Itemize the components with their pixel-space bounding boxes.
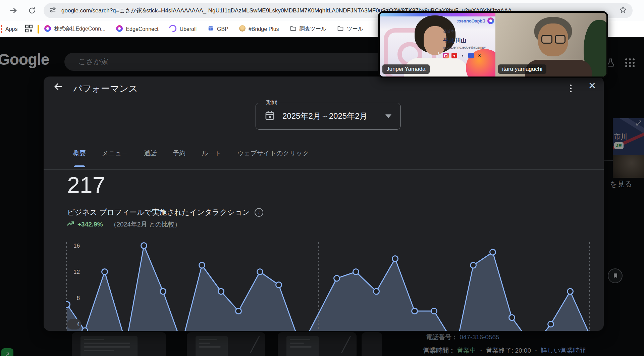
x-icon: X <box>477 53 482 58</box>
bookmark-star-icon[interactable] <box>619 6 627 15</box>
bookmark-item-folder-6[interactable]: ツール <box>337 25 363 33</box>
edgeconnect-icon <box>44 25 51 33</box>
bookmark-label: Uberall <box>179 26 197 32</box>
reload-icon[interactable] <box>27 5 37 15</box>
bookmark-label: EdgeConnect <box>126 26 158 32</box>
data-point[interactable] <box>218 289 224 294</box>
bookmark-item-edgeconnect-1[interactable]: EdgeConnect <box>116 25 158 33</box>
data-point[interactable] <box>141 243 147 249</box>
gbp-icon <box>207 25 214 33</box>
tab-3[interactable]: 予約 <box>173 149 185 167</box>
data-point[interactable] <box>82 328 88 331</box>
tab-5[interactable]: ウェブサイトのクリック <box>237 149 309 167</box>
y-tick-label: 16 <box>73 243 80 249</box>
data-point[interactable] <box>66 302 70 307</box>
more-options-icon[interactable] <box>569 82 573 95</box>
bookmark-item-edgeconnect-0[interactable]: 株式会社EdgeConn... <box>44 25 105 33</box>
data-point[interactable] <box>374 289 379 294</box>
trending-up-icon <box>66 219 75 229</box>
folder-icon <box>290 25 297 33</box>
data-point[interactable] <box>509 315 515 320</box>
data-point[interactable] <box>471 262 476 268</box>
metric-comparison: （2024年2月 との比較） <box>110 220 181 229</box>
data-point[interactable] <box>199 262 205 268</box>
data-point[interactable] <box>236 308 241 314</box>
bookmark-label: 株式会社EdgeConn... <box>54 26 105 33</box>
data-point[interactable] <box>392 256 398 262</box>
data-point[interactable] <box>431 308 437 314</box>
bookmark-label: 調査ツール <box>300 26 327 33</box>
facebook-icon <box>468 53 474 58</box>
bookmark-label: GBP <box>217 26 228 32</box>
performance-tabs: 概要メニュー通話予約ルートウェブサイトのクリック <box>73 149 309 167</box>
social-icons-row: X ♪ <box>443 53 494 58</box>
bookmark-items: 株式会社EdgeConn...EdgeConnectUberallGBP#Bri… <box>44 25 374 34</box>
data-point[interactable] <box>276 282 282 288</box>
participant-name-tag: itaru yamaguchi <box>498 64 546 74</box>
bookmark-item-uberall-2[interactable]: Uberall <box>169 25 197 34</box>
video-call-overlay[interactable]: EdgeConnect 本部長 山田 純平 yamada@edgeconnect… <box>378 11 608 78</box>
period-value: 2025年2月～2025年2月 <box>282 111 367 121</box>
tab-0[interactable]: 概要 <box>73 149 86 167</box>
data-point[interactable] <box>334 275 340 281</box>
performance-chart: 161284 <box>66 242 590 331</box>
tab-1[interactable]: メニュー <box>102 149 128 167</box>
tabs-divider <box>44 169 604 170</box>
data-point[interactable] <box>353 269 359 275</box>
metric-description: ビジネス プロフィールで実施されたインタラクション <box>67 207 250 217</box>
calendar-icon <box>265 110 275 122</box>
tab-4[interactable]: ルート <box>202 149 221 167</box>
data-point[interactable] <box>160 289 166 294</box>
metric-change: +342.9% <box>77 221 103 228</box>
data-point[interactable] <box>490 249 496 255</box>
bookmark-divider <box>38 25 39 34</box>
tab-2[interactable]: 通話 <box>144 149 157 167</box>
edgeconnect-logo-icon <box>487 17 494 24</box>
bookmark-label: #Bridge Plus <box>249 26 279 32</box>
brand-person: 山田 純平 <box>443 37 494 44</box>
glasses <box>541 35 566 44</box>
screen: google.com/search?q=こさか家&stick=H4sIAAAAA… <box>0 0 644 356</box>
forward-icon[interactable] <box>8 5 18 15</box>
info-icon[interactable]: i <box>255 208 263 217</box>
video-tile-itaru[interactable]: itaru yamaguchi <box>495 13 606 77</box>
site-settings-icon[interactable] <box>49 6 57 15</box>
period-label: 期間 <box>263 99 280 106</box>
tiktok-icon: ♪ <box>460 53 466 58</box>
uberall-icon <box>169 25 176 34</box>
trend-row: +342.9% （2024年2月 との比較） <box>66 219 181 229</box>
folder-icon <box>337 25 344 33</box>
data-point[interactable] <box>548 321 554 327</box>
bridge-plus-icon <box>239 25 246 33</box>
dialog-title: パフォーマンス <box>73 83 138 95</box>
brand-title: 本部長 <box>443 29 494 34</box>
brand-company: EdgeConnect <box>457 18 485 23</box>
bookmark-item-gbp-3[interactable]: GBP <box>207 25 228 33</box>
metric-value: 217 <box>67 172 105 198</box>
bookmark-item-folder-5[interactable]: 調査ツール <box>290 25 327 33</box>
y-tick-label: 4 <box>77 321 80 327</box>
metric-description-row: ビジネス プロフィールで実施されたインタラクション i <box>67 207 263 217</box>
chevron-down-icon <box>385 114 391 118</box>
apps-dots-icon <box>1 25 2 33</box>
youtube-icon <box>451 53 457 58</box>
close-icon[interactable]: × <box>589 78 596 93</box>
participant-name-tag: Junpei Yamada <box>382 64 430 74</box>
period-dropdown[interactable]: 期間 2025年2月～2025年2月 <box>256 103 400 130</box>
apps-label[interactable]: Apps <box>5 26 17 32</box>
bookmark-label: ツール <box>347 26 363 33</box>
mirrored-brand-card: EdgeConnect 本部長 山田 純平 yamada@edgeconnect… <box>443 17 494 58</box>
data-point[interactable] <box>102 269 108 275</box>
brand-email: yamada@edgeconnect.co.jp <box>443 46 494 49</box>
back-arrow-icon[interactable] <box>53 81 64 93</box>
data-point[interactable] <box>568 289 573 294</box>
y-tick-label: 12 <box>73 269 80 275</box>
data-point[interactable] <box>257 269 263 275</box>
y-tick-label: 8 <box>77 295 80 301</box>
video-tile-junpei[interactable]: EdgeConnect 本部長 山田 純平 yamada@edgeconnect… <box>380 13 495 77</box>
bookmark-item-bridge-plus-4[interactable]: #Bridge Plus <box>239 25 279 33</box>
edgeconnect-icon <box>116 25 123 33</box>
performance-dialog: パフォーマンス × 期間 2025年2月～2025年2月 概要メニュー通話予約ル… <box>44 77 604 331</box>
qr-grid-icon[interactable] <box>25 24 33 34</box>
data-point[interactable] <box>412 308 418 314</box>
